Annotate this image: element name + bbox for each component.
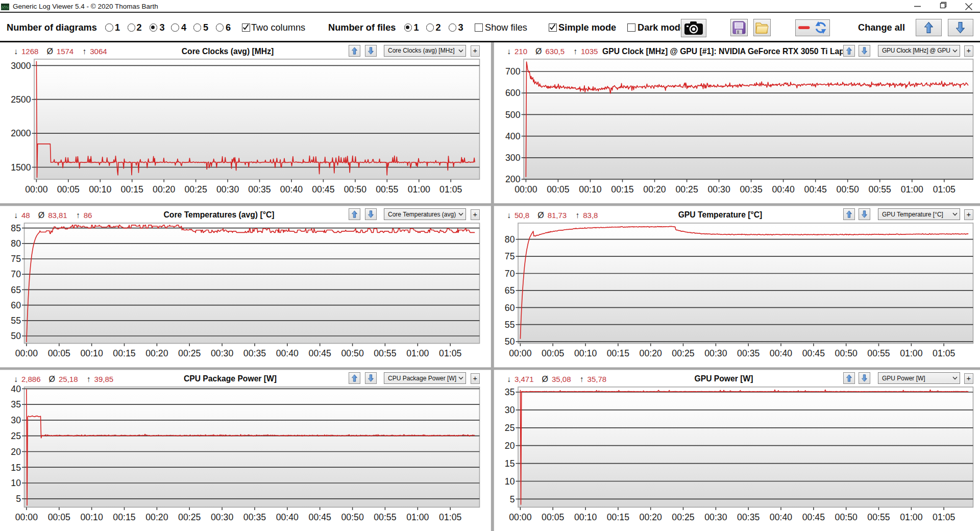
svg-text:01:05: 01:05 bbox=[439, 184, 462, 195]
svg-text:00:20: 00:20 bbox=[640, 348, 662, 358]
svg-text:01:00: 01:00 bbox=[408, 184, 430, 195]
svg-text:1500: 1500 bbox=[11, 162, 31, 173]
svg-text:00:05: 00:05 bbox=[542, 512, 564, 522]
svg-text:00:45: 00:45 bbox=[802, 512, 825, 522]
svg-text:00:40: 00:40 bbox=[770, 512, 792, 522]
svg-text:00:15: 00:15 bbox=[113, 512, 135, 522]
svg-text:00:55: 00:55 bbox=[376, 184, 398, 195]
svg-text:70: 70 bbox=[11, 269, 21, 279]
svg-text:65: 65 bbox=[11, 285, 21, 295]
svg-text:00:45: 00:45 bbox=[804, 184, 827, 195]
svg-text:25: 25 bbox=[505, 423, 515, 433]
svg-text:00:55: 00:55 bbox=[869, 184, 891, 195]
svg-text:01:05: 01:05 bbox=[439, 512, 461, 522]
svg-text:00:25: 00:25 bbox=[184, 184, 207, 195]
svg-text:00:15: 00:15 bbox=[113, 348, 135, 358]
svg-text:00:20: 00:20 bbox=[145, 348, 168, 358]
svg-text:500: 500 bbox=[505, 110, 521, 120]
svg-text:65: 65 bbox=[505, 285, 515, 296]
svg-text:00:20: 00:20 bbox=[643, 184, 666, 195]
svg-text:00:10: 00:10 bbox=[80, 348, 103, 358]
svg-text:00:30: 00:30 bbox=[707, 184, 730, 195]
svg-text:15: 15 bbox=[11, 463, 21, 473]
svg-text:00:30: 00:30 bbox=[216, 184, 239, 195]
svg-text:35: 35 bbox=[11, 399, 21, 409]
svg-text:300: 300 bbox=[505, 153, 521, 163]
svg-text:00:45: 00:45 bbox=[309, 348, 331, 358]
svg-text:01:00: 01:00 bbox=[900, 512, 922, 522]
svg-text:00:00: 00:00 bbox=[25, 184, 47, 195]
svg-text:00:55: 00:55 bbox=[867, 512, 890, 522]
svg-text:00:40: 00:40 bbox=[280, 184, 303, 195]
svg-text:00:50: 00:50 bbox=[835, 348, 857, 358]
svg-text:00:10: 00:10 bbox=[80, 512, 103, 522]
svg-text:80: 80 bbox=[11, 238, 21, 249]
svg-text:3000: 3000 bbox=[11, 61, 31, 71]
svg-text:00:45: 00:45 bbox=[309, 512, 331, 522]
svg-text:00:45: 00:45 bbox=[802, 348, 825, 358]
svg-text:00:20: 00:20 bbox=[145, 512, 168, 522]
svg-text:01:00: 01:00 bbox=[406, 512, 429, 522]
svg-text:700: 700 bbox=[505, 66, 521, 77]
svg-text:10: 10 bbox=[11, 478, 21, 488]
svg-text:00:30: 00:30 bbox=[704, 348, 727, 358]
svg-text:80: 80 bbox=[505, 234, 515, 245]
svg-text:00:20: 00:20 bbox=[153, 184, 175, 195]
svg-text:400: 400 bbox=[505, 131, 521, 141]
svg-text:00:30: 00:30 bbox=[211, 512, 233, 522]
svg-text:00:05: 00:05 bbox=[542, 348, 564, 358]
svg-text:00:00: 00:00 bbox=[514, 184, 537, 195]
svg-text:00:10: 00:10 bbox=[579, 184, 601, 195]
svg-text:01:00: 01:00 bbox=[406, 348, 429, 358]
svg-text:01:00: 01:00 bbox=[900, 348, 922, 358]
svg-text:00:00: 00:00 bbox=[15, 512, 38, 522]
svg-text:00:45: 00:45 bbox=[312, 184, 334, 195]
svg-text:00:00: 00:00 bbox=[15, 348, 38, 358]
svg-text:25: 25 bbox=[11, 431, 21, 441]
svg-text:40: 40 bbox=[11, 384, 21, 394]
svg-text:00:50: 00:50 bbox=[341, 348, 363, 358]
svg-text:00:35: 00:35 bbox=[737, 348, 760, 358]
svg-text:00:40: 00:40 bbox=[276, 512, 299, 522]
svg-text:00:40: 00:40 bbox=[770, 348, 792, 358]
svg-text:2500: 2500 bbox=[11, 94, 31, 105]
svg-text:00:35: 00:35 bbox=[243, 348, 266, 358]
svg-text:00:05: 00:05 bbox=[48, 348, 70, 358]
svg-text:00:20: 00:20 bbox=[640, 512, 662, 522]
svg-text:00:10: 00:10 bbox=[89, 184, 111, 195]
svg-text:50: 50 bbox=[505, 336, 515, 347]
svg-text:01:05: 01:05 bbox=[933, 348, 955, 358]
svg-text:30: 30 bbox=[505, 405, 515, 415]
svg-text:00:30: 00:30 bbox=[211, 348, 233, 358]
svg-text:00:15: 00:15 bbox=[121, 184, 143, 195]
svg-text:50: 50 bbox=[11, 331, 21, 341]
svg-text:00:50: 00:50 bbox=[837, 184, 859, 195]
svg-text:00:10: 00:10 bbox=[574, 512, 597, 522]
svg-text:01:05: 01:05 bbox=[439, 348, 461, 358]
svg-text:01:05: 01:05 bbox=[933, 512, 955, 522]
svg-text:00:15: 00:15 bbox=[607, 348, 629, 358]
svg-text:200: 200 bbox=[505, 174, 521, 184]
svg-text:00:55: 00:55 bbox=[374, 512, 396, 522]
svg-text:15: 15 bbox=[505, 458, 515, 469]
svg-text:00:35: 00:35 bbox=[740, 184, 762, 195]
svg-text:00:55: 00:55 bbox=[374, 348, 396, 358]
svg-text:00:05: 00:05 bbox=[48, 512, 70, 522]
svg-text:2000: 2000 bbox=[11, 128, 31, 138]
svg-text:00:15: 00:15 bbox=[607, 512, 629, 522]
svg-text:00:05: 00:05 bbox=[547, 184, 569, 195]
svg-text:00:30: 00:30 bbox=[704, 512, 727, 522]
svg-text:85: 85 bbox=[11, 223, 21, 233]
svg-text:00:25: 00:25 bbox=[675, 184, 698, 195]
svg-text:01:05: 01:05 bbox=[933, 184, 955, 195]
svg-text:30: 30 bbox=[11, 415, 21, 425]
svg-text:75: 75 bbox=[11, 254, 21, 264]
svg-text:01:00: 01:00 bbox=[901, 184, 923, 195]
svg-text:00:15: 00:15 bbox=[611, 184, 633, 195]
svg-text:20: 20 bbox=[11, 447, 21, 457]
svg-text:00:00: 00:00 bbox=[509, 348, 531, 358]
svg-text:55: 55 bbox=[505, 320, 515, 330]
svg-text:00:35: 00:35 bbox=[243, 512, 266, 522]
svg-text:00:25: 00:25 bbox=[178, 512, 201, 522]
svg-text:75: 75 bbox=[505, 251, 515, 261]
